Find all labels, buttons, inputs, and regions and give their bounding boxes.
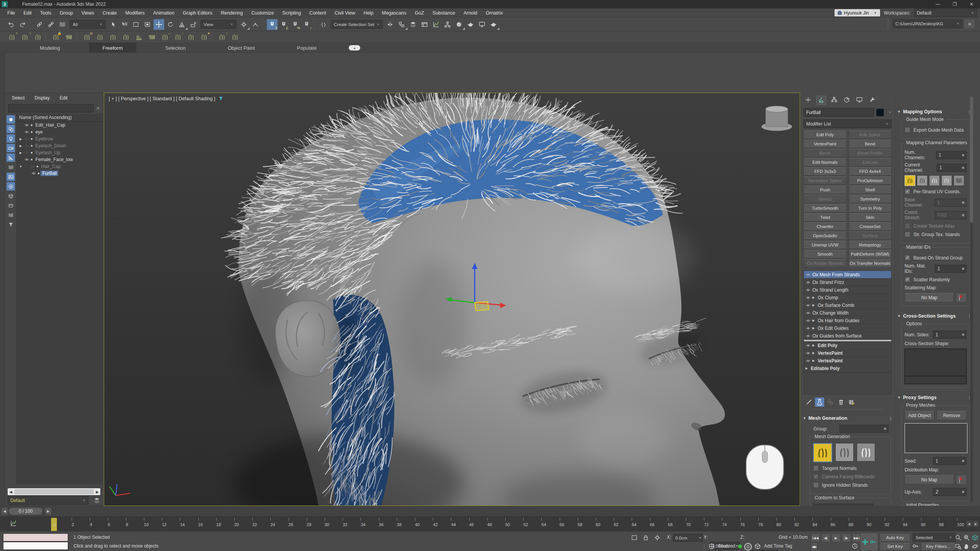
- modifier-visibility-icon[interactable]: [805, 303, 811, 308]
- select-and-move-icon[interactable]: [154, 19, 164, 30]
- filter-helpers-icon[interactable]: [7, 153, 15, 162]
- menu-item[interactable]: Graph Editors: [179, 10, 217, 16]
- mesh-type-strands-thumbnail[interactable]: [813, 443, 832, 462]
- named-selection-set-combo[interactable]: Create Selection Set ▼: [331, 20, 383, 29]
- strand-group-islands-checkbox-row[interactable]: Str. Group Tex. Islands: [905, 231, 967, 237]
- filter-objects-icon[interactable]: [7, 220, 15, 229]
- strand-pull-icon[interactable]: ↓: [172, 32, 184, 42]
- material-editor-icon[interactable]: ◢: [454, 19, 464, 30]
- expand-icon[interactable]: ▶: [812, 319, 816, 322]
- minimize-button[interactable]: —: [929, 0, 946, 8]
- mini-curve-editor-icon[interactable]: [10, 520, 17, 527]
- modifier-button[interactable]: TurboSmooth: [804, 204, 847, 212]
- remove-modifier-icon[interactable]: [836, 398, 846, 407]
- signin-user-button[interactable]: Hyunsuk Jin ▼: [835, 9, 880, 16]
- group-field[interactable]: [840, 425, 889, 433]
- workspace-dropdown[interactable]: Default ▼: [914, 9, 977, 17]
- time-configuration-icon[interactable]: [851, 542, 859, 550]
- perspective-viewport[interactable]: [ + ] [ Perspective ] [ Standard ] [ Def…: [104, 93, 800, 506]
- close-button[interactable]: ✕: [963, 0, 980, 8]
- select-and-place-icon[interactable]: [188, 19, 199, 30]
- modifier-stack-row[interactable]: Ox Mesh From Strands: [804, 271, 891, 279]
- filter-lights-icon[interactable]: [7, 134, 15, 143]
- viewport-render[interactable]: [104, 93, 800, 505]
- filter-groups-icon[interactable]: [7, 192, 15, 200]
- add-hair-object-icon[interactable]: +: [6, 32, 18, 42]
- filter-cameras-icon[interactable]: [7, 144, 15, 152]
- menu-item[interactable]: Rendering: [217, 10, 247, 16]
- modifier-button[interactable]: VertexPaint: [804, 140, 847, 148]
- key-filters-icon[interactable]: [911, 542, 920, 550]
- mirror-icon[interactable]: [385, 19, 395, 30]
- mesh-type-billboard-thumbnail[interactable]: [835, 443, 854, 461]
- distribute-guides-icon[interactable]: [63, 32, 75, 42]
- rendered-frame-window-icon[interactable]: [477, 19, 487, 30]
- uv-mode-thumbnail-2[interactable]: [917, 175, 928, 186]
- menu-item[interactable]: Tools: [36, 10, 56, 16]
- mesh-type-proxy-thumbnail[interactable]: [857, 443, 875, 461]
- modifier-button[interactable]: Push: [804, 186, 847, 194]
- expand-icon[interactable]: ▶: [18, 137, 23, 141]
- guides-from-surface-icon[interactable]: ◎: [81, 32, 93, 42]
- next-frame-icon[interactable]: ▶: [45, 508, 51, 515]
- modifier-button[interactable]: FFD 3x3x3: [804, 167, 847, 176]
- scene-object-row[interactable]: ● Edit_Hair_Cap: [17, 122, 103, 129]
- toggle-ribbon-icon[interactable]: [419, 19, 430, 30]
- uv-mode-thumbnail-5[interactable]: [954, 175, 964, 186]
- modifier-visibility-icon[interactable]: [805, 318, 811, 323]
- menu-item[interactable]: Modifiers: [121, 10, 149, 16]
- zoom-extents-icon[interactable]: [971, 533, 979, 541]
- modifier-button[interactable]: Normalize Spline: [804, 176, 847, 185]
- playback-button[interactable]: |◀◀: [811, 533, 820, 542]
- ribbon-tab[interactable]: Selection: [152, 43, 199, 52]
- modifier-button[interactable]: Bevel Profile: [849, 149, 892, 157]
- menu-item[interactable]: Arnold: [459, 10, 482, 16]
- modifier-button[interactable]: FFD 4x4x4: [849, 167, 892, 176]
- checkbox-row[interactable]: Tangent Normals: [813, 465, 887, 471]
- modifier-button[interactable]: Ox Transfer Normals: [849, 259, 892, 267]
- set-keys-button[interactable]: +: [860, 533, 878, 551]
- modifier-visibility-icon[interactable]: [805, 326, 811, 331]
- scatter-randomly-checkbox-row[interactable]: ✓ Scatter Randomly: [905, 277, 967, 282]
- cross-section-shape-preview[interactable]: [905, 349, 967, 376]
- menu-item[interactable]: Civil View: [330, 10, 359, 16]
- rollout-header[interactable]: ▼Proxy Settings⣿: [897, 394, 972, 401]
- ribbon-tab[interactable]: Populate: [284, 43, 330, 52]
- modifier-stack-row[interactable]: Ox Strand Frizz: [804, 279, 891, 286]
- visibility-eye-icon[interactable]: [24, 137, 29, 141]
- isolate-selection-icon[interactable]: [630, 533, 639, 542]
- modifier-button[interactable]: Surface: [849, 231, 892, 240]
- frame-indicator[interactable]: 0 / 100: [9, 508, 42, 515]
- frame-step-icon[interactable]: ◀▶: [811, 542, 818, 551]
- export-guide-mesh-checkbox-row[interactable]: Export Guide Mesh Data: [905, 127, 967, 133]
- modifier-button[interactable]: Smooth: [804, 250, 847, 258]
- selection-set-key-combo[interactable]: Selected▼: [913, 533, 956, 542]
- visibility-eye-icon[interactable]: [31, 171, 36, 176]
- render-setup-icon[interactable]: [465, 19, 476, 30]
- x-coordinate-field[interactable]: 0.0cm: [673, 534, 703, 542]
- collapse-icon[interactable]: ▼: [18, 165, 23, 168]
- object-color-swatch[interactable]: [876, 109, 884, 116]
- timeline-scroll-right-icon[interactable]: ▶: [973, 521, 978, 527]
- window-crossing-icon[interactable]: [142, 19, 153, 30]
- modifier-button[interactable]: OpenSubdiv: [804, 231, 847, 240]
- visibility-eye-icon[interactable]: [24, 157, 29, 162]
- select-and-link-icon[interactable]: [34, 19, 45, 30]
- visibility-eye-icon[interactable]: [24, 123, 29, 127]
- orbit-icon[interactable]: [971, 542, 979, 550]
- modifier-button[interactable]: Edit Poly: [804, 130, 847, 139]
- distribution-map-button[interactable]: No Map: [905, 475, 954, 484]
- layers-icon[interactable]: [93, 497, 100, 504]
- spinner-snap-icon[interactable]: ↕: [301, 19, 312, 30]
- viewport-filter-funnel-icon[interactable]: [218, 96, 224, 101]
- checkbox-row[interactable]: Ignore Hidden Strands: [813, 482, 887, 488]
- display-tab-icon[interactable]: [855, 96, 864, 104]
- show-end-result-icon[interactable]: [815, 398, 824, 407]
- expand-icon[interactable]: ▶: [18, 144, 23, 148]
- modifier-stack-row[interactable]: ▶ VertexPaint: [804, 349, 891, 357]
- viewcube[interactable]: [761, 106, 792, 131]
- modifier-button[interactable]: ProOptimizer: [849, 176, 892, 185]
- menu-item[interactable]: Edit: [19, 10, 36, 16]
- panel-scrollbar[interactable]: [970, 96, 973, 502]
- select-and-scale-icon[interactable]: ◢: [176, 19, 187, 30]
